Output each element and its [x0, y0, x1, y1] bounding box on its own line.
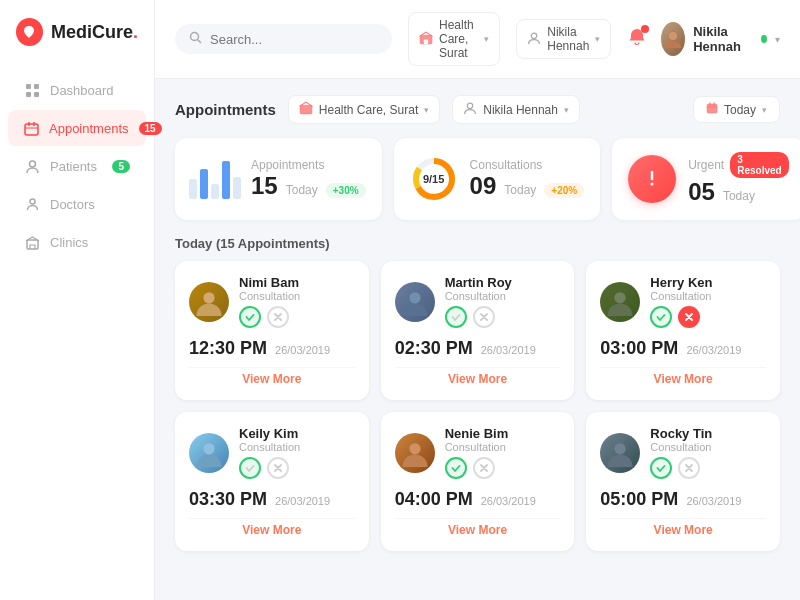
appt-actions: [239, 306, 300, 328]
view-more-link[interactable]: View More: [395, 367, 561, 386]
appt-actions: [445, 306, 512, 328]
appt-date: 26/03/2019: [275, 495, 330, 507]
stat-card-appointments: Appointments 15 Today +30%: [175, 138, 382, 220]
user-icon2: [463, 101, 477, 118]
user-info[interactable]: Nikila Hennah ▾: [661, 22, 780, 56]
clinic-icon: [24, 234, 40, 250]
appt-type: Consultation: [239, 441, 300, 453]
svg-rect-17: [300, 105, 312, 114]
view-more-link[interactable]: View More: [395, 518, 561, 537]
stat-badge: +20%: [544, 183, 584, 198]
view-more-link[interactable]: View More: [189, 518, 355, 537]
today-label-btn: Today: [724, 103, 756, 117]
appt-avatar: [395, 433, 435, 473]
appt-avatar: [189, 433, 229, 473]
online-indicator: [761, 35, 767, 43]
appt-card-header: Nimi Bam Consultation: [189, 275, 355, 328]
svg-point-36: [409, 443, 420, 454]
stat-label: Urgent: [688, 158, 724, 172]
appt-name: Keily Kim: [239, 426, 300, 441]
appt-type: Consultation: [239, 290, 300, 302]
doctor-icon: [24, 196, 40, 212]
appt-time: 02:30 PM: [395, 338, 473, 359]
sidebar-item-clinics[interactable]: Clinics: [8, 224, 146, 260]
view-more-link[interactable]: View More: [600, 367, 766, 386]
check-button[interactable]: [650, 457, 672, 479]
appt-type: Consultation: [445, 441, 509, 453]
appt-details: Keily Kim Consultation: [239, 426, 300, 479]
chevron-down-icon: ▾: [484, 34, 489, 44]
view-more-link[interactable]: View More: [600, 518, 766, 537]
avatar: [661, 22, 685, 56]
appt-actions: [650, 306, 712, 328]
appt-time-row: 02:30 PM 26/03/2019: [395, 338, 561, 359]
appt-avatar: [600, 433, 640, 473]
user-filter-btn[interactable]: Nikila Hennah ▾: [452, 95, 580, 124]
stat-badge: +30%: [326, 183, 366, 198]
stat-info-urgent: Urgent 3 Resolved 05 Today: [688, 152, 789, 206]
appt-actions: [650, 457, 712, 479]
header: Health Care, Surat ▾ Nikila Hennah ▾: [155, 0, 800, 79]
user-name: Nikila Hennah: [693, 24, 753, 54]
appointment-card: Nimi Bam Consultation 12:30 PM 26/03/201…: [175, 261, 369, 400]
appt-details: Herry Ken Consultation: [650, 275, 712, 328]
check-button[interactable]: [445, 306, 467, 328]
cross-button[interactable]: [473, 306, 495, 328]
today-appointments-label: Today (15 Appointments): [175, 236, 780, 251]
health-care-label: Health Care, Surat: [439, 18, 478, 60]
health-care-filter[interactable]: Health Care, Surat ▾: [408, 12, 500, 66]
stat-info-consultations: Consultations 09 Today +20%: [470, 158, 585, 200]
location-filter-btn[interactable]: Health Care, Surat ▾: [288, 95, 440, 124]
user-filter[interactable]: Nikila Hennah ▾: [516, 19, 611, 59]
sidebar-item-dashboard[interactable]: Dashboard: [8, 72, 146, 108]
svg-point-30: [409, 292, 420, 303]
today-filter-btn[interactable]: Today ▾: [693, 96, 780, 123]
appt-time: 12:30 PM: [189, 338, 267, 359]
search-box[interactable]: [175, 24, 392, 54]
svg-point-18: [468, 103, 473, 108]
calendar-icon: [24, 120, 39, 136]
stat-label: Consultations: [470, 158, 585, 172]
cross-button[interactable]: [267, 306, 289, 328]
sidebar-item-label: Patients: [50, 159, 97, 174]
appt-time: 03:00 PM: [600, 338, 678, 359]
chevron-icon: ▾: [424, 105, 429, 115]
appt-actions: [239, 457, 300, 479]
stat-label: Appointments: [251, 158, 366, 172]
sidebar-item-label: Clinics: [50, 235, 88, 250]
svg-point-34: [203, 443, 214, 454]
appointments-badge: 15: [139, 122, 162, 135]
appt-details: Nimi Bam Consultation: [239, 275, 300, 328]
cross-button[interactable]: [678, 457, 700, 479]
appt-name: Herry Ken: [650, 275, 712, 290]
appt-name: Nimi Bam: [239, 275, 300, 290]
cross-button[interactable]: [678, 306, 700, 328]
appt-type: Consultation: [650, 290, 712, 302]
check-button[interactable]: [650, 306, 672, 328]
sidebar-item-label: Appointments: [49, 121, 129, 136]
main-content: Health Care, Surat ▾ Nikila Hennah ▾: [155, 0, 800, 600]
sidebar: MediCure. Dashboard: [0, 0, 155, 600]
view-more-link[interactable]: View More: [189, 367, 355, 386]
sidebar-item-label: Dashboard: [50, 83, 114, 98]
stat-sub: Today: [723, 189, 755, 203]
stat-value: 15: [251, 172, 278, 200]
cross-button[interactable]: [473, 457, 495, 479]
check-button[interactable]: [239, 306, 261, 328]
appt-time: 03:30 PM: [189, 489, 267, 510]
page-title: Appointments: [175, 101, 276, 118]
stat-sub: Today: [504, 183, 536, 197]
appt-details: Martin Roy Consultation: [445, 275, 512, 328]
cross-button[interactable]: [267, 457, 289, 479]
check-button[interactable]: [239, 457, 261, 479]
stat-badge: 3 Resolved: [730, 152, 788, 178]
sidebar-item-patients[interactable]: Patients 5: [8, 148, 146, 184]
appt-card-header: Martin Roy Consultation: [395, 275, 561, 328]
donut-visual: 9/15: [410, 155, 458, 203]
sidebar-item-appointments[interactable]: Appointments 15: [8, 110, 146, 146]
bar5: [233, 177, 241, 199]
check-button[interactable]: [445, 457, 467, 479]
search-input[interactable]: [210, 32, 378, 47]
sidebar-item-doctors[interactable]: Doctors: [8, 186, 146, 222]
notification-icon[interactable]: [627, 27, 647, 51]
